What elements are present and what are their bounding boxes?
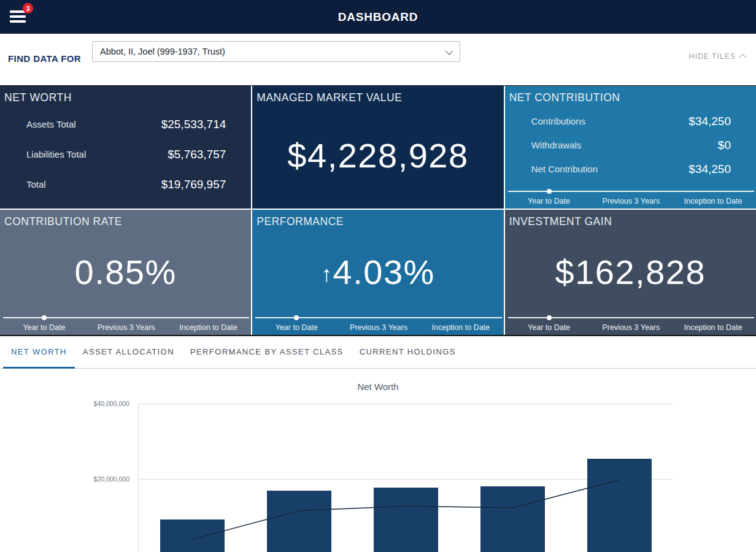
period-option-year-to-date[interactable]: Year to Date [508,323,590,332]
hide-tiles-button[interactable]: HIDE TILES [689,52,746,61]
net-contribution-row-withdrawals: Withdrawals $0 [505,133,756,157]
y-axis-tick-label: $20,000,000 [94,475,129,483]
net-worth-row-assets: Assets Total $25,533,714 [0,109,251,139]
tab-net-worth[interactable]: NET WORTH [3,336,75,369]
net-worth-row-total: Total $19,769,957 [0,169,251,199]
period-option-inception-to-date[interactable]: Inception to Date [168,323,250,332]
net-contribution-row-net: Net Contribution $34,250 [505,157,756,181]
up-arrow-icon: ↑ [321,262,333,286]
row-label: Net Contribution [531,164,598,174]
period-option-inception-to-date[interactable]: Inception to Date [672,323,754,332]
period-indicator [294,315,299,320]
period-selector: Year to Date Previous 3 Years Inception … [3,317,249,332]
managed-market-value-amount: $4,228,928 [287,136,468,175]
contribution-rate-value: 0.85% [75,252,177,292]
find-data-bar: FIND DATA FOR Abbot, II, Joel (999-1937,… [0,34,756,85]
period-indicator [42,315,47,320]
hide-tiles-label: HIDE TILES [689,52,736,61]
row-value: $25,533,714 [161,118,226,131]
y-axis-tick-label: $40,000,000 [94,400,129,407]
chart-trend-line [139,404,673,552]
tile-net-contribution: NET CONTRIBUTION Contributions $34,250 W… [505,86,756,209]
section-tabs: NET WORTH ASSET ALLOCATION PERFORMANCE B… [0,336,756,369]
period-selector: Year to Date Previous 3 Years Inception … [508,317,754,332]
period-option-year-to-date[interactable]: Year to Date [508,197,590,205]
tile-title: PERFORMANCE [252,210,503,228]
tile-title: CONTRIBUTION RATE [0,210,251,228]
row-label: Assets Total [26,119,76,129]
tile-managed-market-value: MANAGED MARKET VALUE $4,228,928 [252,86,503,209]
tab-current-holdings[interactable]: CURRENT HOLDINGS [352,336,464,369]
net-worth-chart-section: Net Worth $40,000,000$20,000,000 [0,369,756,552]
period-option-previous-3-years[interactable]: Previous 3 Years [590,323,672,332]
period-option-year-to-date[interactable]: Year to Date [3,323,85,332]
tile-title: MANAGED MARKET VALUE [252,86,503,104]
performance-percent: 4.03% [333,253,435,291]
row-value: $34,250 [688,163,731,176]
summary-tiles: NET WORTH Assets Total $25,533,714 Liabi… [0,85,756,336]
period-selector: Year to Date Previous 3 Years Inception … [508,191,754,205]
chart-title: Net Worth [0,369,756,392]
top-bar: 3 DASHBOARD [0,0,756,34]
row-label: Contributions [531,116,585,126]
tile-investment-gain: INVESTMENT GAIN $162,828 Year to Date Pr… [505,210,756,335]
chevron-down-icon [446,47,453,55]
tile-net-worth: NET WORTH Assets Total $25,533,714 Liabi… [0,86,251,209]
tab-asset-allocation[interactable]: ASSET ALLOCATION [75,336,182,369]
net-worth-chart-plot: $40,000,000$20,000,000 [138,404,673,552]
tile-title: NET WORTH [0,86,251,104]
performance-value: ↑4.03% [321,252,435,292]
tile-contribution-rate: CONTRIBUTION RATE 0.85% Year to Date Pre… [0,210,251,335]
period-option-inception-to-date[interactable]: Inception to Date [420,323,502,332]
row-label: Liabilities Total [26,149,86,159]
row-value: $5,763,757 [168,148,226,161]
period-option-year-to-date[interactable]: Year to Date [255,323,338,332]
period-option-inception-to-date[interactable]: Inception to Date [672,197,754,205]
page-title: DASHBOARD [338,10,418,24]
row-label: Withdrawals [531,140,582,150]
row-value: $34,250 [688,115,731,128]
client-selector-value: Abbot, II, Joel (999-1937, Trust) [100,47,225,56]
find-data-label: FIND DATA FOR [8,53,81,64]
net-contribution-row-contributions: Contributions $34,250 [505,109,756,133]
chevron-up-icon [739,53,747,61]
row-label: Total [26,179,46,190]
tile-title: INVESTMENT GAIN [505,210,756,228]
period-option-previous-3-years[interactable]: Previous 3 Years [590,197,672,205]
period-selector: Year to Date Previous 3 Years Inception … [255,317,501,332]
row-value: $19,769,957 [161,178,226,191]
tile-performance: PERFORMANCE ↑4.03% Year to Date Previous… [252,210,503,335]
investment-gain-value: $162,828 [555,252,706,292]
client-selector[interactable]: Abbot, II, Joel (999-1937, Trust) [92,41,460,62]
menu-button[interactable]: 3 [10,8,29,26]
tab-performance-by-asset-class[interactable]: PERFORMANCE BY ASSET CLASS [182,336,352,369]
period-indicator [547,315,552,320]
period-indicator [547,189,552,194]
net-worth-row-liabilities: Liabilities Total $5,763,757 [0,139,251,169]
tile-title: NET CONTRIBUTION [505,86,756,104]
notification-badge: 3 [23,3,33,13]
period-option-previous-3-years[interactable]: Previous 3 Years [338,323,420,332]
row-value: $0 [718,139,731,152]
period-option-previous-3-years[interactable]: Previous 3 Years [85,323,168,332]
